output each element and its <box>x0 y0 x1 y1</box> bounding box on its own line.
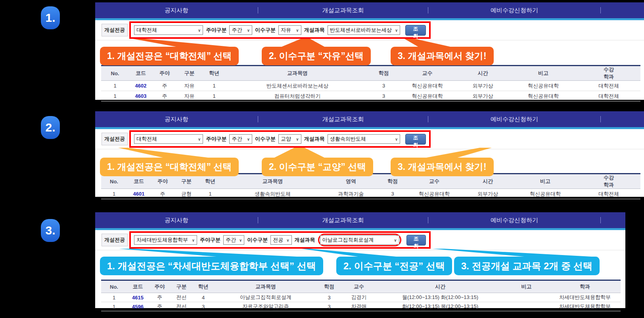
callout-step-2: 2. 이수구분 “전공” 선택 <box>336 257 452 275</box>
table-cell: 1 <box>101 91 129 101</box>
course-search-panel-3: 공지사항 개설교과목조회 예비수강신청하기 개설전공 차세대반도체융합학부 ∨ … <box>95 212 625 308</box>
chevron-down-icon: ∨ <box>239 238 242 242</box>
table-cell: 자료구조와알고리즘 <box>214 302 317 311</box>
nav-item-pre-registration[interactable]: 예비수강신청하기 <box>428 7 600 14</box>
table-cell: 혁신공유대학 <box>399 91 456 101</box>
highlight-red-oval: 아날로그집적회로설계 ∨ <box>318 234 401 246</box>
column-header: 교과목명 <box>214 280 317 293</box>
nav-separator <box>600 7 601 13</box>
table-row: 14596주전선3자료구조와알고리즘3차경애화(12:00~13:15) 목(1… <box>101 302 621 311</box>
table-cell: 1 <box>198 189 222 199</box>
top-nav: 공지사항 개설교과목조회 예비수강신청하기 <box>95 111 644 127</box>
subject-label: 개설과목 <box>295 236 315 244</box>
course-type-select-value: 전공 <box>273 236 283 244</box>
nav-item-course-search[interactable]: 개설교과목조회 <box>258 217 428 224</box>
callout-step-2: 2. 이수구분 “자유”선택 <box>262 47 371 65</box>
highlight-red-box: 대학전체 ∨ 주야구분 주간 ∨ 이수구분 자유 ∨ 개설과목 반도체센서로바라… <box>129 21 431 39</box>
table-cell: 3 <box>317 302 341 311</box>
table-cell: 주 <box>151 189 174 199</box>
table-cell: 1 <box>101 189 127 199</box>
subject-select-value: 아날로그집적회로설계 <box>322 236 374 244</box>
daynight-select[interactable]: 주간 ∨ <box>223 235 244 245</box>
table-cell: 전선 <box>171 293 192 302</box>
table-cell: 컴퓨터처럼생각하기 <box>226 91 369 101</box>
column-header: 교수 <box>341 280 377 293</box>
table-cell: 1 <box>101 81 129 91</box>
nav-item-course-search[interactable]: 개설교과목조회 <box>258 7 428 14</box>
major-label: 개설전공 <box>102 133 128 145</box>
major-select-value: 대학전체 <box>136 135 157 143</box>
subject-select[interactable]: 아날로그집적회로설계 ∨ <box>320 235 399 245</box>
subject-select[interactable]: 반도체센서로바라보는세상 ∨ <box>328 25 401 35</box>
course-type-select[interactable]: 전공 ∨ <box>270 235 291 245</box>
major-select[interactable]: 대학전체 ∨ <box>134 25 203 35</box>
table-cell: 혁신공유대학 <box>514 189 577 199</box>
course-code-link[interactable]: 4602 <box>129 81 153 91</box>
nav-separator <box>600 217 601 223</box>
table-cell: 과학과기술 <box>323 189 379 199</box>
table-cell: 1 <box>101 293 127 302</box>
callout-step-3: 3. 전공개설 교과목 2개 중 선택 <box>454 257 600 275</box>
table-cell: 아날로그집적회로설계 <box>214 293 317 302</box>
table-cell: 화(12:00~13:15) 목(12:00~13:15) <box>377 302 504 311</box>
column-header: 학년 <box>192 280 214 293</box>
major-select[interactable]: 대학전체 ∨ <box>134 134 203 144</box>
nav-item-notice[interactable]: 공지사항 <box>95 116 258 123</box>
column-header: 구분 <box>176 66 202 81</box>
course-type-select[interactable]: 자유 ∨ <box>278 25 301 35</box>
course-code-link[interactable]: 4596 <box>127 302 149 311</box>
daynight-select-value: 주간 <box>232 135 242 143</box>
search-button[interactable]: 조회 <box>406 235 426 246</box>
column-header: No. <box>101 66 129 81</box>
nav-item-course-search[interactable]: 개설교과목조회 <box>258 116 428 123</box>
callout-step-3: 3. 개설과목에서 찾기! <box>391 47 494 65</box>
top-nav: 공지사항 개설교과목조회 예비수강신청하기 <box>95 212 625 228</box>
course-type-select-value: 자유 <box>281 27 291 34</box>
course-code-link[interactable]: 4615 <box>127 293 149 302</box>
major-select[interactable]: 차세대반도체융합학부 ∨ <box>134 235 197 245</box>
daynight-select[interactable]: 주간 ∨ <box>229 25 252 35</box>
column-header: 교수 <box>399 66 456 81</box>
course-code-link[interactable]: 4601 <box>127 189 151 199</box>
table-cell <box>504 302 549 311</box>
highlight-red-box: 대학전체 ∨ 주야구분 주간 ∨ 이수구분 교양 ∨ 개설과목 생활속의반도체 … <box>129 130 431 148</box>
column-header: 코드 <box>127 280 149 293</box>
column-header: 비고 <box>504 280 549 293</box>
search-button[interactable]: 조회 <box>405 134 426 145</box>
course-code-link[interactable]: 4603 <box>129 91 153 101</box>
course-search-panel-2: 공지사항 개설교과목조회 예비수강신청하기 개설전공 대학전체 ∨ 주야구분 주… <box>95 111 644 197</box>
course-type-label: 이수구분 <box>247 236 268 244</box>
table-cell: 외부가상 <box>456 81 510 91</box>
step-badge-2: 2. <box>41 116 60 139</box>
table-cell: 월(12:00~13:15) 화(12:00~13:15) <box>377 293 504 302</box>
table-cell: 주 <box>153 91 176 101</box>
filter-row: 개설전공 차세대반도체융합학부 ∨ 주야구분 주간 ∨ 이수구분 전공 ∨ 개설… <box>95 230 625 250</box>
step-badge-1: 1. <box>41 6 60 29</box>
course-type-select[interactable]: 교양 ∨ <box>278 134 301 144</box>
filter-row: 개설전공 대학전체 ∨ 주야구분 주간 ∨ 이수구분 자유 ∨ 개설과목 반도체… <box>95 20 644 40</box>
nav-separator <box>600 116 601 122</box>
search-button[interactable]: 조회 <box>405 25 426 36</box>
nav-item-pre-registration[interactable]: 예비수강신청하기 <box>428 217 600 224</box>
major-select-value: 대학전체 <box>136 27 157 34</box>
table-cell: 자유 <box>176 91 202 101</box>
nav-item-notice[interactable]: 공지사항 <box>95 7 258 14</box>
course-type-label: 이수구분 <box>255 27 276 34</box>
daynight-select[interactable]: 주간 ∨ <box>229 134 252 144</box>
results-table: No.코드주야구분학년교과목명학점교수시간비고학과14615주전선4아날로그집적… <box>101 280 621 311</box>
chevron-down-icon: ∨ <box>198 137 201 141</box>
major-label: 개설전공 <box>102 234 128 246</box>
table-cell: 4 <box>192 293 214 302</box>
column-header: 학과 <box>549 280 621 293</box>
column-header: 수강 학과 <box>577 174 640 189</box>
nav-item-notice[interactable]: 공지사항 <box>95 217 258 224</box>
nav-item-pre-registration[interactable]: 예비수강신청하기 <box>428 116 600 123</box>
filter-row: 개설전공 대학전체 ∨ 주야구분 주간 ∨ 이수구분 교양 ∨ 개설과목 생활속… <box>95 129 644 149</box>
table-cell: 1 <box>202 81 226 91</box>
subject-select[interactable]: 생활속의반도체 ∨ <box>328 134 401 144</box>
table-cell: 혁신공유대학 <box>406 189 462 199</box>
column-header: 교과목명 <box>226 66 369 81</box>
table-cell: 주 <box>153 81 176 91</box>
course-search-panel-1: 공지사항 개설교과목조회 예비수강신청하기 개설전공 대학전체 ∨ 주야구분 주… <box>95 2 644 100</box>
results-table: No.코드주야구분학년교과목명영역학점교수시간비고수강 학과14601주균형1생… <box>101 173 640 199</box>
